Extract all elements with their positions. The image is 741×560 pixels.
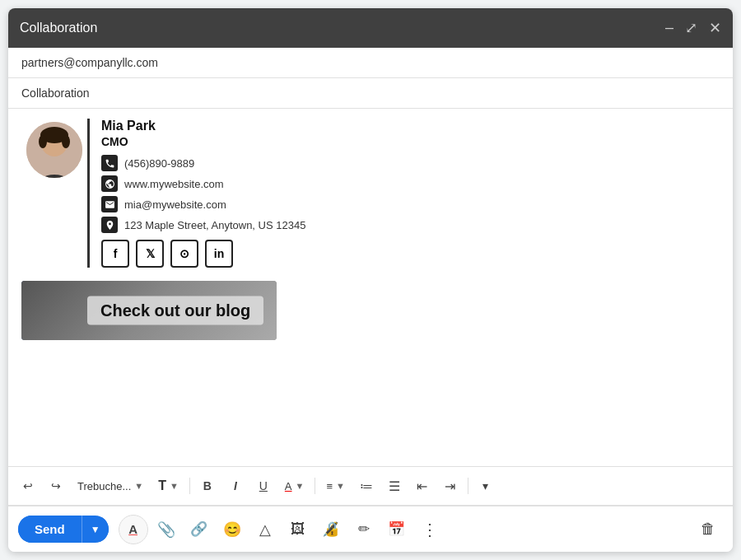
attach-button[interactable]: 📎 — [151, 515, 181, 544]
svg-point-5 — [62, 135, 70, 148]
location-icon — [101, 217, 118, 233]
sig-phone-row: (456)890-9889 — [101, 155, 305, 171]
sig-website-row: www.mywebsite.com — [101, 175, 305, 192]
maximize-button[interactable]: ⤢ — [685, 19, 697, 37]
more-options-button[interactable]: ⋮ — [415, 515, 445, 544]
window-title: Collaboration — [20, 21, 97, 35]
font-color-label: A — [285, 480, 292, 492]
sig-email: mia@mywebsite.com — [124, 198, 226, 211]
delete-button[interactable]: 🗑 — [693, 515, 723, 544]
linkedin-button[interactable]: in — [205, 240, 233, 268]
ul-button[interactable]: ☰ — [381, 473, 408, 499]
instagram-button[interactable]: ⊙ — [170, 240, 198, 268]
linkedin-icon: in — [214, 247, 224, 260]
ol-button[interactable]: ≔ — [353, 473, 380, 499]
font-family-selector[interactable]: Trebuche... ▼ — [71, 474, 150, 497]
font-size-selector[interactable]: T ▼ — [151, 474, 185, 497]
minimize-button[interactable]: – — [665, 19, 673, 37]
sig-phone: (456)890-9889 — [124, 157, 194, 170]
avatar-wrap — [21, 119, 87, 178]
social-icons: f 𝕏 ⊙ in — [101, 240, 305, 268]
facebook-button[interactable]: f — [101, 240, 129, 268]
align-icon: ≡ — [326, 480, 333, 492]
body-area[interactable]: Mia Park CMO (456)890-9889 www.mywebsite… — [8, 109, 733, 466]
calendar-button[interactable]: 📅 — [382, 515, 412, 544]
sig-address-row: 123 Maple Street, Anytown, US 12345 — [101, 217, 305, 233]
more-formatting-button[interactable]: ▾ — [473, 473, 499, 499]
font-color-button[interactable]: A ▼ — [278, 474, 311, 497]
signature-block: Mia Park CMO (456)890-9889 www.mywebsite… — [21, 119, 720, 268]
avatar — [26, 122, 82, 178]
sig-address: 123 Maple Street, Anytown, US 12345 — [124, 219, 305, 231]
link-button[interactable]: 🔗 — [184, 515, 214, 544]
font-color-dropdown-icon: ▼ — [296, 481, 305, 491]
facebook-icon: f — [114, 247, 118, 260]
font-size-dropdown-icon: ▼ — [170, 481, 179, 491]
align-button[interactable]: ≡ ▼ — [319, 474, 351, 497]
toolbar-sep-2 — [315, 478, 315, 494]
send-button-wrap: Send ▼ — [18, 516, 109, 543]
title-bar: Collaboration – ⤢ ✕ — [8, 8, 733, 48]
svg-point-1 — [35, 175, 74, 178]
redo-button[interactable]: ↪ — [43, 473, 69, 499]
svg-point-4 — [39, 135, 47, 148]
instagram-icon: ⊙ — [179, 247, 189, 260]
sig-name: Mia Park — [101, 119, 305, 133]
undo-button[interactable]: ↩ — [15, 473, 41, 499]
email-icon — [101, 196, 118, 212]
subject-field-row — [8, 78, 733, 109]
drive-button[interactable]: △ — [250, 515, 280, 544]
globe-icon — [101, 175, 118, 192]
blog-banner[interactable]: Check out our blog — [21, 281, 277, 340]
sig-job-title: CMO — [101, 135, 305, 148]
compose-window: Collaboration – ⤢ ✕ — [8, 8, 733, 552]
font-family-dropdown-icon: ▼ — [134, 481, 143, 491]
underline-button[interactable]: U — [250, 473, 277, 499]
sig-website: www.mywebsite.com — [124, 178, 224, 190]
twitter-button[interactable]: 𝕏 — [136, 240, 164, 268]
font-color-bottom-button[interactable]: A — [119, 515, 148, 544]
send-dropdown-button[interactable]: ▼ — [82, 517, 109, 542]
align-dropdown-icon: ▼ — [336, 481, 345, 491]
window-controls: – ⤢ ✕ — [665, 19, 721, 37]
to-input[interactable] — [21, 56, 720, 69]
sig-details: Mia Park CMO (456)890-9889 www.mywebsite… — [87, 119, 305, 268]
close-button[interactable]: ✕ — [709, 19, 721, 37]
format-toolbar: ↩ ↪ Trebuche... ▼ T ▼ B I U A ▼ ≡ ▼ ≔ ☰ … — [8, 466, 733, 506]
photo-button[interactable]: 🖼 — [283, 515, 313, 544]
indent-less-button[interactable]: ⇤ — [409, 473, 436, 499]
twitter-icon: 𝕏 — [146, 247, 155, 260]
font-family-label: Trebuche... — [77, 480, 131, 492]
lock-button[interactable]: 🔏 — [316, 515, 346, 544]
indent-more-button[interactable]: ⇥ — [437, 473, 464, 499]
emoji-button[interactable]: 😊 — [217, 515, 247, 544]
bold-button[interactable]: B — [194, 473, 221, 499]
to-field-row — [8, 48, 733, 78]
banner-text: Check out our blog — [87, 296, 263, 325]
bottom-toolbar: Send ▼ A 📎 🔗 😊 △ 🖼 🔏 ✏ 📅 ⋮ 🗑 — [8, 506, 733, 552]
sig-email-row: mia@mywebsite.com — [101, 196, 305, 212]
send-button[interactable]: Send — [18, 516, 82, 543]
italic-button[interactable]: I — [222, 473, 249, 499]
toolbar-sep-3 — [468, 478, 468, 494]
toolbar-sep-1 — [189, 478, 190, 494]
phone-icon — [101, 155, 118, 171]
font-size-label: T — [158, 478, 166, 493]
signature-button[interactable]: ✏ — [349, 515, 379, 544]
subject-input[interactable] — [21, 86, 720, 100]
